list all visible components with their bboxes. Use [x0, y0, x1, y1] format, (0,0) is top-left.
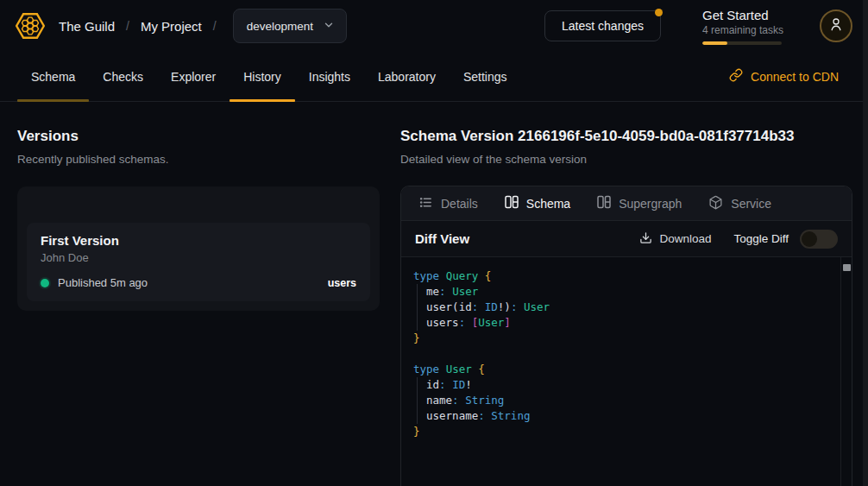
code-line: users: [User]	[413, 315, 834, 331]
code-line: name: String	[413, 393, 834, 408]
page-scrollbar[interactable]	[863, 0, 868, 486]
diff-view-title: Diff View	[415, 231, 469, 246]
app-header: The Guild / My Project / development Lat…	[0, 0, 868, 52]
indent-guide	[417, 393, 426, 408]
code-line: type User {	[413, 362, 834, 377]
box-icon	[708, 195, 723, 212]
versions-panel: Versions Recently published schemas. Fir…	[17, 128, 380, 311]
tab-checks[interactable]: Checks	[89, 52, 157, 101]
get-started-progress-track	[702, 41, 782, 45]
link-icon	[729, 68, 743, 85]
tab-schema[interactable]: Schema	[505, 195, 570, 211]
diff-toggle[interactable]	[800, 230, 838, 249]
tab-supergraph[interactable]: Supergraph	[597, 195, 682, 211]
code-line: me: User	[413, 284, 834, 300]
guild-logo[interactable]	[14, 9, 47, 42]
version-detail-subtitle: Detailed view of the schema version	[400, 152, 852, 167]
code-line: id: ID!	[413, 377, 834, 393]
breadcrumb-separator: /	[126, 19, 129, 33]
tab-schema-label: Schema	[526, 197, 570, 211]
toggle-diff-control: Toggle Diff	[733, 230, 838, 249]
version-detail-card: Details Schema Sup	[400, 186, 852, 486]
code-line	[413, 346, 834, 362]
code-scrollbar[interactable]	[840, 257, 852, 486]
code-line: type Query {	[413, 268, 834, 284]
code-lines: type Query {me: Useruser(id: ID!): Useru…	[413, 268, 834, 439]
get-started-subtitle: 4 remaining tasks	[702, 24, 794, 36]
breadcrumb: The Guild / My Project / development	[59, 9, 347, 43]
indent-guide	[417, 300, 426, 315]
version-detail-panel: Schema Version 2166196f-5e10-4059-bd0a-0…	[400, 128, 852, 486]
indent-guide	[417, 408, 426, 424]
avatar-button[interactable]	[820, 9, 852, 42]
tab-details[interactable]: Details	[418, 195, 478, 212]
tab-history[interactable]: History	[230, 52, 295, 101]
version-list-card: First Version John Doe Published 5m ago …	[17, 186, 380, 311]
download-button[interactable]: Download	[639, 231, 711, 247]
list-icon	[418, 195, 433, 212]
detail-tabs: Details Schema Sup	[401, 186, 852, 221]
version-meta-row: Published 5m ago users	[41, 276, 356, 289]
panels-icon	[505, 195, 519, 211]
panels-icon	[597, 195, 611, 211]
tab-service-label: Service	[731, 197, 771, 211]
latest-changes-label: Latest changes	[562, 19, 644, 33]
code-scrollbar-thumb[interactable]	[843, 264, 851, 271]
download-icon	[639, 231, 652, 247]
code-line: username: String	[413, 408, 834, 424]
get-started-widget[interactable]: Get Started 4 remaining tasks	[702, 8, 794, 45]
tab-details-label: Details	[441, 197, 478, 211]
download-label: Download	[659, 232, 711, 245]
published-dot	[41, 279, 49, 287]
connect-cdn-label: Connect to CDN	[751, 70, 839, 84]
toggle-diff-label: Toggle Diff	[733, 232, 789, 245]
breadcrumb-org[interactable]: The Guild	[59, 19, 115, 34]
get-started-title: Get Started	[702, 8, 794, 22]
breadcrumb-separator: /	[213, 19, 217, 33]
chevron-down-icon	[323, 19, 335, 34]
code-line: }	[413, 424, 834, 439]
target-selector[interactable]: development	[233, 9, 347, 43]
versions-title: Versions	[17, 128, 380, 145]
version-title: First Version	[41, 233, 356, 248]
tab-settings[interactable]: Settings	[450, 52, 521, 101]
tab-supergraph-label: Supergraph	[619, 197, 682, 211]
connect-cdn-link[interactable]: Connect to CDN	[729, 52, 839, 101]
indent-guide	[417, 284, 426, 300]
latest-changes-button[interactable]: Latest changes	[544, 10, 661, 41]
primary-tabs: SchemaChecksExplorerHistoryInsightsLabor…	[17, 52, 521, 101]
version-item[interactable]: First Version John Doe Published 5m ago …	[27, 223, 370, 301]
breadcrumb-project[interactable]: My Project	[141, 19, 202, 34]
code-line: }	[413, 331, 834, 346]
schema-code-block: type Query {me: Useruser(id: ID!): Useru…	[401, 257, 852, 486]
diff-toggle-knob	[802, 231, 817, 247]
service-badge: users	[328, 277, 356, 289]
indent-guide	[417, 377, 426, 393]
main-content: Versions Recently published schemas. Fir…	[0, 102, 868, 486]
diff-controls: Download Toggle Diff	[639, 230, 838, 249]
tab-insights[interactable]: Insights	[295, 52, 364, 101]
target-selector-value: development	[247, 20, 313, 33]
versions-subtitle: Recently published schemas.	[17, 152, 380, 167]
tab-laboratory[interactable]: Laboratory	[364, 52, 450, 101]
progress-fill	[702, 41, 727, 45]
primary-nav: SchemaChecksExplorerHistoryInsightsLabor…	[0, 52, 868, 102]
diff-toolbar: Diff View Download Toggle Diff	[401, 221, 852, 257]
version-detail-title: Schema Version 2166196f-5e10-4059-bd0a-0…	[400, 128, 852, 145]
tab-explorer[interactable]: Explorer	[157, 52, 230, 101]
tab-schema[interactable]: Schema	[17, 52, 89, 101]
version-status: Published 5m ago	[58, 276, 148, 289]
version-author: John Doe	[41, 251, 356, 264]
indent-guide	[417, 315, 426, 331]
person-icon	[828, 16, 844, 35]
code-line: user(id: ID!): User	[413, 300, 834, 315]
tab-service[interactable]: Service	[708, 195, 771, 212]
notification-dot	[655, 9, 663, 16]
